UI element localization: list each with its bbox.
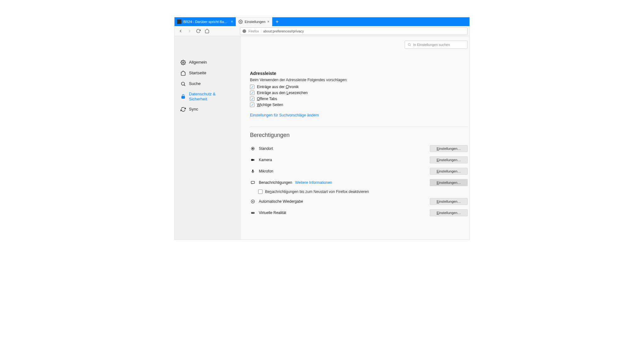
svg-rect-11 bbox=[251, 181, 255, 184]
sidebar-item-search[interactable]: Suche bbox=[175, 78, 240, 89]
search-suggestions-link[interactable]: Einstellungen für Suchvorschläge ändern bbox=[250, 113, 319, 117]
close-icon[interactable]: × bbox=[231, 20, 233, 24]
settings-main: In Einstellungen suchen Adressleiste Bei… bbox=[241, 36, 469, 240]
permission-vr: Virtuelle Realität Einstellungen… bbox=[250, 207, 468, 218]
sidebar-item-privacy[interactable]: Datenschutz & Sicherheit bbox=[175, 89, 240, 104]
home-button[interactable] bbox=[203, 27, 211, 35]
settings-button-notifications[interactable]: Einstellungen… bbox=[430, 179, 468, 186]
checkbox-label: Einträge aus den Lesezeichen bbox=[257, 91, 308, 95]
checkbox-icon bbox=[250, 85, 254, 89]
tab-settings[interactable]: Einstellungen × bbox=[236, 17, 272, 26]
svg-point-15 bbox=[253, 212, 254, 213]
vr-icon bbox=[250, 211, 256, 215]
tab-label: Einstellungen bbox=[245, 20, 265, 24]
divider bbox=[250, 127, 468, 127]
addressbar-subtitle: Beim Verwenden der Adressleiste Folgende… bbox=[250, 78, 468, 82]
sidebar-item-label: Datenschutz & Sicherheit bbox=[189, 92, 235, 101]
sidebar-item-label: Startseite bbox=[189, 71, 235, 76]
checkbox-label: Einträge aus der Chronik bbox=[257, 85, 299, 89]
sidebar-item-home[interactable]: Startseite bbox=[175, 68, 240, 78]
svg-point-6 bbox=[408, 43, 410, 46]
permission-label: Benachrichtigungen Weitere Informationen bbox=[259, 180, 427, 185]
permission-notifications: Benachrichtigungen Weitere Informationen… bbox=[250, 177, 468, 188]
sidebar-item-label: Suche bbox=[189, 81, 235, 86]
microphone-icon bbox=[250, 169, 256, 173]
lock-icon bbox=[180, 94, 186, 99]
svg-point-8 bbox=[252, 148, 253, 149]
checkbox-history[interactable]: Einträge aus der Chronik bbox=[250, 85, 468, 89]
settings-button-location[interactable]: Einstellungen… bbox=[430, 145, 468, 152]
svg-point-14 bbox=[252, 212, 253, 213]
permissions-section-title: Berechtigungen bbox=[250, 132, 468, 139]
url-text: about:preferences#privacy bbox=[263, 29, 304, 33]
permission-camera: Kamera Einstellungen… bbox=[250, 154, 468, 166]
back-button[interactable] bbox=[176, 27, 185, 35]
settings-button-autoplay[interactable]: Einstellungen… bbox=[430, 198, 468, 205]
autoplay-icon bbox=[250, 199, 256, 204]
checkbox-disable-notifications[interactable]: Benachrichtigungen bis zum Neustart von … bbox=[258, 188, 468, 196]
svg-rect-0 bbox=[177, 20, 181, 24]
svg-rect-9 bbox=[251, 159, 253, 161]
checkbox-label: Wichtige Seiten bbox=[257, 103, 283, 107]
permission-microphone: Mikrofon Einstellungen… bbox=[250, 166, 468, 177]
favicon-br24 bbox=[177, 20, 181, 24]
checkbox-open-tabs[interactable]: Offene Tabs bbox=[250, 97, 468, 101]
permission-label: Virtuelle Realität bbox=[259, 211, 427, 215]
sidebar-item-label: Sync bbox=[189, 107, 235, 112]
notifications-more-link[interactable]: Weitere Informationen bbox=[295, 180, 332, 185]
sync-icon bbox=[180, 106, 186, 112]
forward-button[interactable] bbox=[185, 27, 193, 35]
new-tab-button[interactable]: + bbox=[272, 17, 282, 26]
firefox-icon bbox=[242, 29, 247, 33]
svg-rect-10 bbox=[252, 170, 253, 172]
sidebar-item-label: Allgemein bbox=[189, 60, 235, 65]
content-area: Allgemein Startseite Suche Datenschutz &… bbox=[175, 36, 469, 240]
browser-window: BR24 - Darüber spricht Bayern × Einstell… bbox=[174, 17, 470, 240]
checkbox-label: Offene Tabs bbox=[257, 97, 277, 101]
checkbox-label: Benachrichtigungen bis zum Neustart von … bbox=[265, 189, 369, 194]
checkbox-icon bbox=[250, 97, 254, 101]
location-icon bbox=[250, 146, 256, 151]
close-icon[interactable]: × bbox=[267, 20, 269, 24]
tab-label: BR24 - Darüber spricht Bayern bbox=[183, 20, 229, 24]
svg-point-3 bbox=[182, 62, 184, 63]
permission-label: Standort bbox=[259, 146, 427, 151]
url-bar[interactable]: Firefox about:preferences#privacy bbox=[240, 27, 468, 35]
tab-bar: BR24 - Darüber spricht Bayern × Einstell… bbox=[175, 17, 469, 26]
camera-icon bbox=[250, 158, 256, 162]
svg-point-2 bbox=[242, 29, 246, 33]
checkbox-icon bbox=[258, 189, 263, 194]
notification-icon bbox=[250, 180, 256, 185]
url-brand: Firefox bbox=[248, 29, 261, 33]
gear-icon bbox=[180, 59, 186, 65]
navigation-bar: Firefox about:preferences#privacy bbox=[175, 26, 469, 36]
svg-rect-13 bbox=[251, 212, 255, 214]
sidebar-item-general[interactable]: Allgemein bbox=[175, 57, 240, 68]
settings-sidebar: Allgemein Startseite Suche Datenschutz &… bbox=[175, 36, 241, 240]
search-placeholder: In Einstellungen suchen bbox=[413, 43, 450, 47]
search-icon bbox=[180, 81, 186, 87]
search-icon bbox=[408, 43, 411, 47]
permission-label: Automatische Wiedergabe bbox=[259, 199, 427, 204]
permission-autoplay: Automatische Wiedergabe Einstellungen… bbox=[250, 196, 468, 207]
permission-location: Standort Einstellungen… bbox=[250, 143, 468, 154]
permission-label: Mikrofon bbox=[259, 169, 427, 173]
settings-button-microphone[interactable]: Einstellungen… bbox=[430, 168, 468, 175]
settings-search-input[interactable]: In Einstellungen suchen bbox=[405, 41, 468, 49]
tab-br24[interactable]: BR24 - Darüber spricht Bayern × bbox=[175, 17, 236, 26]
checkbox-icon bbox=[250, 91, 254, 95]
reload-button[interactable] bbox=[194, 27, 202, 35]
addressbar-section-title: Adressleiste bbox=[250, 71, 468, 76]
checkbox-icon bbox=[250, 103, 254, 107]
home-icon bbox=[180, 70, 186, 76]
svg-rect-5 bbox=[181, 96, 185, 99]
settings-button-vr[interactable]: Einstellungen… bbox=[430, 209, 468, 216]
permission-label: Kamera bbox=[259, 158, 427, 162]
gear-icon bbox=[238, 20, 243, 24]
svg-point-1 bbox=[240, 21, 241, 22]
settings-button-camera[interactable]: Einstellungen… bbox=[430, 156, 468, 163]
svg-point-4 bbox=[181, 82, 184, 85]
sidebar-item-sync[interactable]: Sync bbox=[175, 104, 240, 115]
checkbox-bookmarks[interactable]: Einträge aus den Lesezeichen bbox=[250, 91, 468, 95]
checkbox-top-sites[interactable]: Wichtige Seiten bbox=[250, 103, 468, 107]
